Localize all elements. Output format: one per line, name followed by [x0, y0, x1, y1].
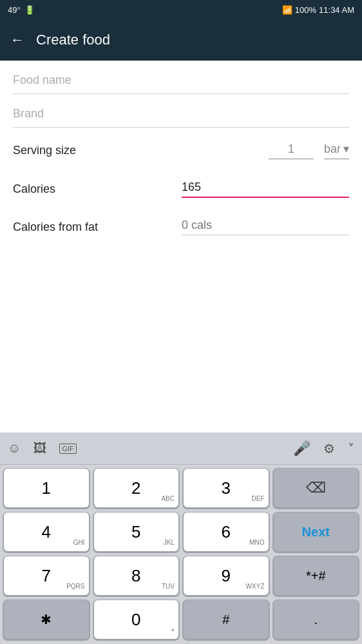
key-7[interactable]: 7 PQRS: [4, 556, 89, 595]
calories-from-fat-row: Calories from fat: [13, 204, 349, 242]
key-6[interactable]: 6 MNO: [184, 512, 269, 551]
create-food-form: Serving size bar ▾ Calories Calories fro…: [0, 61, 362, 242]
keyboard-row-1: 1 2 ABC 3 DEF ⌫: [4, 469, 358, 507]
chevron-down-icon[interactable]: ˅: [348, 441, 354, 456]
numeric-keyboard: ☺ 🖼 GIF 🎤 ⚙ ˅ 1 2 ABC 3 DEF ⌫: [0, 433, 362, 644]
battery-percentage: 100%: [295, 5, 316, 15]
calories-input[interactable]: [182, 181, 349, 198]
fat-label: Calories from fat: [13, 220, 182, 234]
key-hash[interactable]: #: [184, 600, 269, 639]
key-1[interactable]: 1: [4, 469, 89, 507]
chevron-down-icon: ▾: [343, 142, 349, 156]
back-button[interactable]: ←: [10, 32, 24, 48]
battery-icon: 🔋: [24, 5, 35, 15]
sticker-icon[interactable]: 🖼: [33, 441, 46, 456]
serving-size-row: Serving size bar ▾: [13, 128, 349, 166]
key-3[interactable]: 3 DEF: [184, 469, 269, 507]
serving-size-label: Serving size: [13, 144, 269, 157]
keyboard-row-4: ✱ 0 + # .: [4, 600, 358, 639]
time-display: 11:34 AM: [319, 5, 354, 15]
status-bar: 49° 🔋 📶 100% 11:34 AM: [0, 0, 362, 19]
backspace-key[interactable]: ⌫: [274, 469, 359, 507]
gif-button[interactable]: GIF: [59, 444, 76, 454]
app-header: ← Create food: [0, 19, 362, 61]
key-4[interactable]: 4 GHI: [4, 512, 89, 551]
backspace-icon: ⌫: [306, 480, 326, 496]
key-0[interactable]: 0 +: [94, 600, 179, 639]
key-8[interactable]: 8 TUV: [94, 556, 179, 595]
serving-unit-label: bar: [324, 142, 341, 156]
fat-input[interactable]: [182, 219, 349, 235]
keyboard-toolbar: ☺ 🖼 GIF 🎤 ⚙ ˅: [0, 433, 362, 465]
signal-icons: 📶: [282, 5, 292, 15]
symbols-key[interactable]: *+#: [274, 556, 359, 595]
key-5[interactable]: 5 JKL: [94, 512, 179, 551]
serving-unit-selector[interactable]: bar ▾: [324, 142, 349, 159]
key-9[interactable]: 9 WXYZ: [184, 556, 269, 595]
keyboard-row-2: 4 GHI 5 JKL 6 MNO Next: [4, 512, 358, 551]
calories-row: Calories: [13, 166, 349, 204]
page-title: Create food: [36, 32, 110, 48]
food-name-input[interactable]: [13, 61, 349, 94]
emoji-icon[interactable]: ☺: [8, 441, 21, 456]
brand-input[interactable]: [13, 94, 349, 128]
mic-icon[interactable]: 🎤: [293, 440, 310, 457]
keyboard-keys: 1 2 ABC 3 DEF ⌫ 4 GHI 5 JKL: [0, 465, 362, 644]
status-battery-temp: 49°: [8, 5, 21, 15]
key-period[interactable]: .: [274, 600, 359, 639]
next-key[interactable]: Next: [274, 512, 359, 551]
gear-icon[interactable]: ⚙: [323, 441, 335, 456]
serving-number-input[interactable]: [269, 142, 314, 159]
key-2[interactable]: 2 ABC: [94, 469, 179, 507]
keyboard-row-3: 7 PQRS 8 TUV 9 WXYZ *+#: [4, 556, 358, 595]
key-star[interactable]: ✱: [4, 600, 89, 639]
calories-label: Calories: [13, 182, 182, 196]
